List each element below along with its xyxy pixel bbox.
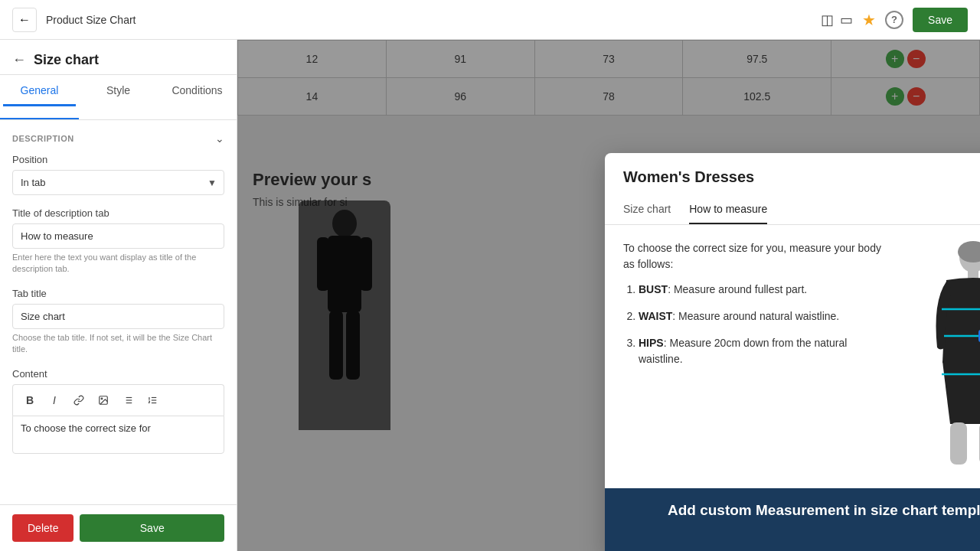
description-label: DESCRIPTION — [12, 134, 74, 143]
image-button[interactable] — [93, 390, 114, 411]
hips-label: HIPS — [639, 337, 664, 349]
modal-header: Women's Dresses × — [605, 153, 980, 186]
position-label: Position — [12, 154, 224, 165]
modal-tab-how-to-measure[interactable]: How to measure — [689, 195, 767, 224]
topbar-actions: ★ ? Save — [862, 8, 968, 32]
topbar-back-button[interactable]: ← — [12, 8, 37, 32]
title-tab-input[interactable] — [12, 223, 224, 249]
sidebar: ← Size chart General Style Conditions DE… — [0, 40, 237, 551]
list-item: BUST: Measure around fullest part. — [639, 282, 893, 298]
banner-text: Add custom Measurement in size chart tem… — [668, 502, 980, 518]
modal-text: To choose the correct size for you, meas… — [623, 240, 893, 473]
position-group: Position In tab Below title Popup ▼ — [12, 154, 224, 195]
tab-conditions[interactable]: Conditions — [158, 75, 237, 119]
editor-toolbar: B I — [12, 384, 224, 416]
content-group: Content B I — [12, 368, 224, 454]
bust-desc: : Measure around fullest part. — [668, 283, 807, 295]
modal-tab-size-chart[interactable]: Size chart — [623, 195, 671, 224]
svg-point-1 — [101, 398, 103, 399]
description-section-header: DESCRIPTION ⌄ — [12, 132, 224, 145]
link-button[interactable] — [68, 390, 90, 411]
topbar: ← Product Size Chart ◫ ▭ ★ ? Save — [0, 0, 980, 40]
sidebar-footer: Delete Save — [0, 504, 237, 551]
description-chevron[interactable]: ⌄ — [215, 132, 224, 145]
list-ul-button[interactable] — [117, 390, 139, 411]
tab-general[interactable]: General — [0, 75, 79, 119]
desktop-icon[interactable]: ◫ — [821, 11, 834, 28]
model-svg: BUST WAIST HIPS — [908, 240, 980, 470]
topbar-title: Product Size Chart — [46, 14, 812, 26]
sidebar-back-button[interactable]: ← — [12, 52, 26, 68]
tablet-icon[interactable]: ▭ — [840, 11, 853, 28]
modal-body: To choose the correct size for you, meas… — [605, 225, 980, 488]
tab-style[interactable]: Style — [79, 75, 158, 119]
topbar-save-button[interactable]: Save — [913, 8, 968, 32]
modal-banner: Add custom Measurement in size chart tem… — [605, 488, 980, 551]
sidebar-tabs: General Style Conditions — [0, 75, 237, 120]
sidebar-title: Size chart — [34, 52, 99, 68]
tab-title-hint: Choose the tab title. If not set, it wil… — [12, 332, 224, 356]
modal-title: Women's Dresses — [623, 168, 754, 186]
sidebar-content: DESCRIPTION ⌄ Position In tab Below titl… — [0, 120, 237, 504]
waist-label: WAIST — [639, 310, 672, 322]
tab-title-label: Tab title — [12, 288, 224, 299]
content-label: Content — [12, 368, 224, 380]
tab-title-input[interactable] — [12, 304, 224, 329]
list-ol-button[interactable] — [142, 390, 163, 411]
delete-button[interactable]: Delete — [12, 514, 74, 542]
main-layout: ← Size chart General Style Conditions DE… — [0, 40, 980, 551]
title-tab-group: Title of description tab Enter here the … — [12, 207, 224, 276]
list-item: HIPS: Measure 20cm down from the natural… — [639, 335, 893, 367]
back-icon: ← — [18, 13, 31, 27]
main-content: 12 91 73 97.5 + − 14 96 — [237, 40, 980, 551]
hips-desc: : Measure 20cm down from the natural wai… — [639, 337, 847, 365]
modal: Women's Dresses × Size chart How to meas… — [605, 153, 980, 551]
bust-label: BUST — [639, 283, 668, 295]
device-icons: ◫ ▭ — [821, 11, 853, 28]
editor-content[interactable]: To choose the correct size for — [12, 416, 224, 454]
title-tab-hint: Enter here the text you want display as … — [12, 252, 224, 276]
modal-intro: To choose the correct size for you, meas… — [623, 240, 893, 272]
tab-title-group: Tab title Choose the tab title. If not s… — [12, 288, 224, 356]
help-icon[interactable]: ? — [885, 11, 903, 29]
footer-save-button[interactable]: Save — [80, 514, 224, 542]
modal-measurements-list: BUST: Measure around fullest part. WAIST… — [623, 282, 893, 367]
title-tab-label: Title of description tab — [12, 207, 224, 219]
modal-tabs: Size chart How to measure — [605, 195, 980, 225]
modal-image: BUST WAIST HIPS — [908, 240, 980, 473]
svg-rect-29 — [950, 422, 967, 465]
position-select[interactable]: In tab Below title Popup — [12, 170, 224, 195]
sidebar-header: ← Size chart — [0, 40, 237, 75]
banner-content: Add custom Measurement in size chart tem… — [605, 488, 980, 533]
bold-button[interactable]: B — [19, 390, 41, 411]
list-item: WAIST: Measure around natural waistline. — [639, 308, 893, 324]
italic-button[interactable]: I — [44, 390, 65, 411]
waist-desc: : Measure around natural waistline. — [672, 310, 839, 322]
star-icon[interactable]: ★ — [862, 11, 876, 29]
